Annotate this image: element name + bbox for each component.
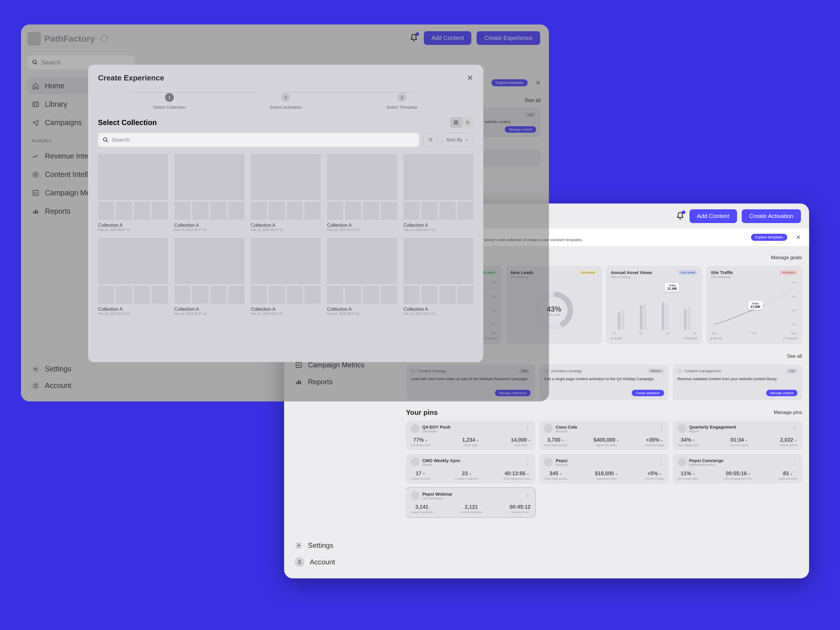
step-2[interactable]: 2Select Activation xyxy=(227,93,344,110)
banner-close-icon[interactable]: ✕ xyxy=(796,234,801,241)
collection-card[interactable]: Collection AFeb 14, 2023 08:27:12 xyxy=(251,238,321,315)
modal-search-input[interactable]: Search xyxy=(98,133,419,147)
collection-card[interactable]: Collection AFeb 14, 2023 08:27:12 xyxy=(174,238,245,315)
goal-site-traffic[interactable]: Site Traffic-8% behind 12% remaining 40k… xyxy=(706,266,802,344)
explore-templates-button[interactable]: Explore templates xyxy=(751,234,787,241)
view-toggle xyxy=(450,117,474,128)
rec-category: Content management xyxy=(685,369,721,373)
pin-card[interactable]: Pepsi ConciergeWebsite Activation⋮11%▲Li… xyxy=(673,454,802,484)
pin-card[interactable]: Quarterly EngagementReport⋮34%▼Visitor B… xyxy=(673,421,802,450)
trend-up-icon: ▲ xyxy=(794,439,797,442)
pins-grid: Q4 EOY PushCampaign⋮77%▲Conversion Rate1… xyxy=(406,421,802,517)
pin-label: Total Engagement Time xyxy=(503,477,531,480)
manage-pins-link[interactable]: Manage pins xyxy=(774,410,802,416)
pin-value: 1,234 xyxy=(462,437,475,443)
step-1[interactable]: 1Select Collection xyxy=(111,93,227,110)
collection-card[interactable]: Collection AFeb 14, 2023 08:27:12 xyxy=(98,154,168,232)
collection-title: Collection A xyxy=(251,223,321,228)
sort-button[interactable]: Sort By xyxy=(442,133,474,147)
pin-title: Pepsi xyxy=(556,458,567,463)
pin-value: 23 xyxy=(462,471,468,477)
pin-card[interactable]: Pepsi WebinarLive Activation⋮3,141Unique… xyxy=(406,488,535,517)
pin-title: Coca Cola xyxy=(556,424,577,430)
svg-point-24 xyxy=(298,560,300,562)
see-all-link[interactable]: See all xyxy=(787,353,802,359)
collection-date: Feb 14, 2023 08:27:12 xyxy=(403,228,474,232)
list-view-button[interactable] xyxy=(462,117,474,128)
collection-thumb xyxy=(251,238,321,284)
pin-value: +5% xyxy=(647,471,658,477)
nav-settings[interactable]: Settings xyxy=(291,537,393,553)
add-content-button[interactable]: Add Content xyxy=(690,209,737,223)
pin-card[interactable]: PepsiAccount⋮345▲Active Opportunities$18… xyxy=(539,454,668,484)
pin-card[interactable]: Q4 EOY PushCampaign⋮77%▲Conversion Rate1… xyxy=(406,421,535,450)
pin-title: Quarterly Engagement xyxy=(689,424,736,430)
pin-value: 2,022 xyxy=(780,437,793,443)
more-icon[interactable]: ⋮ xyxy=(525,458,531,466)
pin-label: Form Submissions xyxy=(461,511,482,514)
collection-card[interactable]: Collection AFeb 14, 2023 08:27:12 xyxy=(403,238,474,315)
modal-close-icon[interactable]: ✕ xyxy=(467,74,474,82)
filter-button[interactable] xyxy=(423,133,438,147)
pin-value: 77% xyxy=(413,437,424,443)
trend-up-icon: ▲ xyxy=(692,472,695,475)
pin-title: Pepsi Webinar xyxy=(422,491,452,496)
svg-rect-10 xyxy=(454,120,456,122)
trend-up-icon: ▲ xyxy=(469,472,472,475)
goal-asset-views[interactable]: Annual Asset Views+42% ahead 70% remaini… xyxy=(606,266,702,344)
rec-action-button[interactable]: Create activation xyxy=(632,390,664,396)
grid-view-button[interactable] xyxy=(450,117,462,128)
rec-body: Add a single page content activation to … xyxy=(544,376,664,387)
bell-icon[interactable] xyxy=(676,212,685,220)
collection-card[interactable]: Collection AFeb 14, 2023 08:27:12 xyxy=(327,154,397,232)
create-activation-button[interactable]: Create Activation xyxy=(742,209,801,223)
trend-up-icon: ▲ xyxy=(748,472,751,475)
collection-card[interactable]: Collection AFeb 14, 2023 08:27:12 xyxy=(98,238,168,315)
nav-account[interactable]: Account xyxy=(291,553,393,571)
trend-up-icon: ▲ xyxy=(617,439,619,442)
avatar xyxy=(677,458,686,466)
trend-up-icon: ▲ xyxy=(476,439,479,442)
collection-card[interactable]: Collection AFeb 14, 2023 08:27:12 xyxy=(251,154,321,232)
svg-rect-11 xyxy=(456,120,458,122)
rec-category: Activation strategy xyxy=(551,369,582,373)
rec-body: Remove outdated content from your websit… xyxy=(677,376,797,387)
more-icon[interactable]: ⋮ xyxy=(792,425,797,432)
pin-value: 00:45:12 xyxy=(510,504,531,510)
svg-rect-13 xyxy=(456,123,458,124)
search-icon xyxy=(103,137,109,143)
trend-up-icon: ▲ xyxy=(661,439,663,442)
collection-date: Feb 14, 2023 08:27:12 xyxy=(174,228,245,232)
pin-card[interactable]: Coca ColaAccount⋮3,700▲Active Opportunit… xyxy=(539,421,668,450)
more-icon[interactable]: ⋮ xyxy=(525,492,531,499)
step-3[interactable]: 3Select Template xyxy=(344,93,460,110)
rec-card: Activation strategyMediumAdd a single pa… xyxy=(539,364,668,400)
pin-value: 3,141 xyxy=(415,504,428,510)
more-icon[interactable]: ⋮ xyxy=(658,458,664,466)
svg-point-14 xyxy=(104,138,107,142)
collection-card[interactable]: Collection AFeb 14, 2023 08:27:12 xyxy=(327,238,397,315)
rec-action-button[interactable]: Manage content xyxy=(766,390,797,396)
collection-title: Collection A xyxy=(403,223,474,228)
manage-goals-link[interactable]: Manage goals xyxy=(771,255,802,261)
more-icon[interactable]: ⋮ xyxy=(658,425,664,432)
pin-card[interactable]: CMO Weekly SyncReport⋮17▼Unique Accounts… xyxy=(406,454,535,484)
pin-label: Percent Change xyxy=(645,477,664,480)
pin-subtitle: Website Activation xyxy=(689,463,724,466)
collection-date: Feb 14, 2023 08:27:12 xyxy=(251,312,321,315)
collection-title: Collection A xyxy=(174,307,245,312)
pin-value: +35% xyxy=(646,437,660,443)
pin-label: Total Visits xyxy=(515,444,527,447)
collection-title: Collection A xyxy=(174,223,245,228)
pins-heading: Your pins xyxy=(406,408,438,417)
pin-value: 40:13:56 xyxy=(505,471,526,477)
chart-callout: Today 12,345 xyxy=(665,283,679,291)
trend-up-icon: ▲ xyxy=(562,439,564,442)
trend-down-icon: ▼ xyxy=(692,439,695,442)
more-icon[interactable]: ⋮ xyxy=(792,458,797,466)
collection-card[interactable]: Collection AFeb 14, 2023 08:27:12 xyxy=(403,154,474,232)
collection-date: Feb 14, 2023 08:27:12 xyxy=(327,312,397,315)
more-icon[interactable]: ⋮ xyxy=(525,425,531,432)
collection-card[interactable]: Collection AFeb 14, 2023 08:27:12 xyxy=(174,154,245,232)
pin-value: $18,000 xyxy=(595,471,614,477)
